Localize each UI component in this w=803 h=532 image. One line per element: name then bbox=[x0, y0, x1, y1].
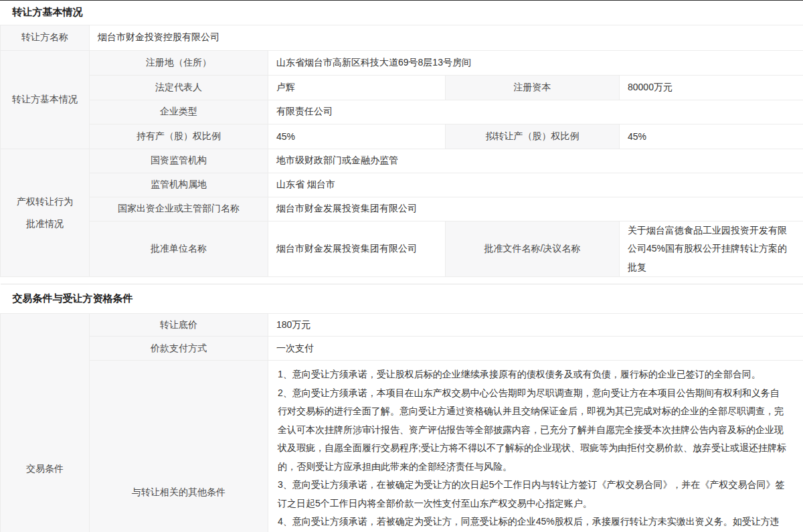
enterprise-type-value: 有限责任公司 bbox=[268, 100, 803, 124]
transferor-name-label: 转让方名称 bbox=[1, 25, 90, 50]
floor-price-label: 转让底价 bbox=[90, 314, 268, 337]
approval-unit-value: 烟台市财金发展投资集团有限公司 bbox=[268, 221, 446, 277]
group-trade-conditions-label: 交易条件 bbox=[1, 314, 90, 532]
registered-capital-label: 注册资本 bbox=[446, 75, 620, 100]
registered-address-value: 山东省烟台市高新区科技大道69号8层13号房间 bbox=[268, 50, 803, 75]
regulator-location-value: 山东省 烟台市 bbox=[268, 173, 803, 197]
payment-method-value: 一次支付 bbox=[268, 337, 803, 361]
held-equity-ratio-label: 持有产（股）权比例 bbox=[90, 124, 268, 149]
approval-document-label: 批准文件名称/决议名称 bbox=[446, 221, 620, 277]
table-row: 转让方名称 烟台市财金投资控股有限公司 bbox=[1, 25, 803, 50]
floor-price-value: 180万元 bbox=[268, 314, 803, 337]
enterprise-type-label: 企业类型 bbox=[90, 100, 268, 124]
approval-unit-label: 批准单位名称 bbox=[90, 221, 268, 277]
other-conditions-text: 1、意向受让方须承诺，受让股权后标的企业继续承接原有的债权债务及或有负债，履行标… bbox=[276, 361, 795, 532]
section-title-transferor: 转让方基本情况 bbox=[1, 1, 803, 25]
condition-item: 1、意向受让方须承诺，受让股权后标的企业继续承接原有的债权债务及或有负债，履行标… bbox=[278, 365, 788, 384]
regulator-location-label: 监管机构属地 bbox=[90, 173, 268, 197]
payment-method-label: 价款支付方式 bbox=[90, 337, 268, 361]
trade-conditions-table: 交易条件与受让方资格条件 交易条件 转让底价 180万元 价款支付方式 一次支付… bbox=[0, 284, 803, 532]
transferor-name-value: 烟台市财金投资控股有限公司 bbox=[90, 25, 803, 50]
table-row: 持有产（股）权比例 45% 拟转让产（股）权比例 45% bbox=[1, 124, 803, 149]
regulator-value: 地市级财政部门或金融办监管 bbox=[268, 149, 803, 173]
condition-item: 2、意向受让方须承诺，本项目在山东产权交易中心公告期即为尽职调查期，意向受让方在… bbox=[278, 384, 788, 476]
group-approval-label: 产权转让行为 批准情况 bbox=[1, 149, 90, 277]
group-basic-info-label: 转让方基本情况 bbox=[1, 50, 90, 149]
registered-capital-value: 80000万元 bbox=[620, 75, 803, 100]
table-row: 企业类型 有限责任公司 bbox=[1, 100, 803, 124]
legal-representative-value: 卢辉 bbox=[268, 75, 446, 100]
legal-representative-label: 法定代表人 bbox=[90, 75, 268, 100]
table-row: 法定代表人 卢辉 注册资本 80000万元 bbox=[1, 75, 803, 100]
section-title-trade-conditions: 交易条件与受让方资格条件 bbox=[1, 284, 803, 314]
table-row: 批准单位名称 烟台市财金发展投资集团有限公司 批准文件名称/决议名称 关于烟台富… bbox=[1, 221, 803, 277]
regulator-label: 国资监管机构 bbox=[90, 149, 268, 173]
state-funded-enterprise-label: 国家出资企业或主管部门名称 bbox=[90, 197, 268, 221]
condition-item: 3、意向受让方须承诺，在被确定为受让方的次日起5个工作日内与转让方签订《产权交易… bbox=[278, 476, 788, 513]
section-header-trade-conditions: 交易条件与受让方资格条件 bbox=[1, 284, 803, 314]
other-conditions-value: 1、意向受让方须承诺，受让股权后标的企业继续承接原有的债权债务及或有负债，履行标… bbox=[268, 361, 803, 532]
section-header-transferor: 转让方基本情况 bbox=[1, 1, 803, 25]
condition-item: 4、意向受让方须承诺，若被确定为受让方，同意受让标的企业45%股权后，承接履行转… bbox=[278, 513, 788, 532]
transfer-equity-ratio-value: 45% bbox=[620, 124, 803, 149]
state-funded-enterprise-value: 烟台市财金发展投资集团有限公司 bbox=[268, 197, 803, 221]
group-approval-line2: 批准情况 bbox=[5, 213, 85, 235]
table-row: 监管机构属地 山东省 烟台市 bbox=[1, 173, 803, 197]
transfer-equity-ratio-label: 拟转让产（股）权比例 bbox=[446, 124, 620, 149]
table-row: 转让方基本情况 注册地（住所） 山东省烟台市高新区科技大道69号8层13号房间 bbox=[1, 50, 803, 75]
table-row: 产权转让行为 批准情况 国资监管机构 地市级财政部门或金融办监管 bbox=[1, 149, 803, 173]
listing-detail-page: 转让方基本情况 转让方名称 烟台市财金投资控股有限公司 转让方基本情况 注册地（… bbox=[0, 0, 803, 532]
registered-address-label: 注册地（住所） bbox=[90, 50, 268, 75]
table-row: 国家出资企业或主管部门名称 烟台市财金发展投资集团有限公司 bbox=[1, 197, 803, 221]
table-row: 与转让相关的其他条件 1、意向受让方须承诺，受让股权后标的企业继续承接原有的债权… bbox=[1, 361, 803, 532]
table-row: 价款支付方式 一次支付 bbox=[1, 337, 803, 361]
held-equity-ratio-value: 45% bbox=[268, 124, 446, 149]
transferor-info-table: 转让方基本情况 转让方名称 烟台市财金投资控股有限公司 转让方基本情况 注册地（… bbox=[0, 1, 803, 277]
other-conditions-label: 与转让相关的其他条件 bbox=[90, 361, 268, 532]
approval-document-value: 关于烟台富德食品工业园投资开发有限公司45%国有股权公开挂牌转让方案的批复 bbox=[620, 221, 803, 277]
group-approval-line1: 产权转让行为 bbox=[5, 191, 85, 213]
table-row: 交易条件 转让底价 180万元 bbox=[1, 314, 803, 337]
section-gap bbox=[0, 277, 803, 284]
